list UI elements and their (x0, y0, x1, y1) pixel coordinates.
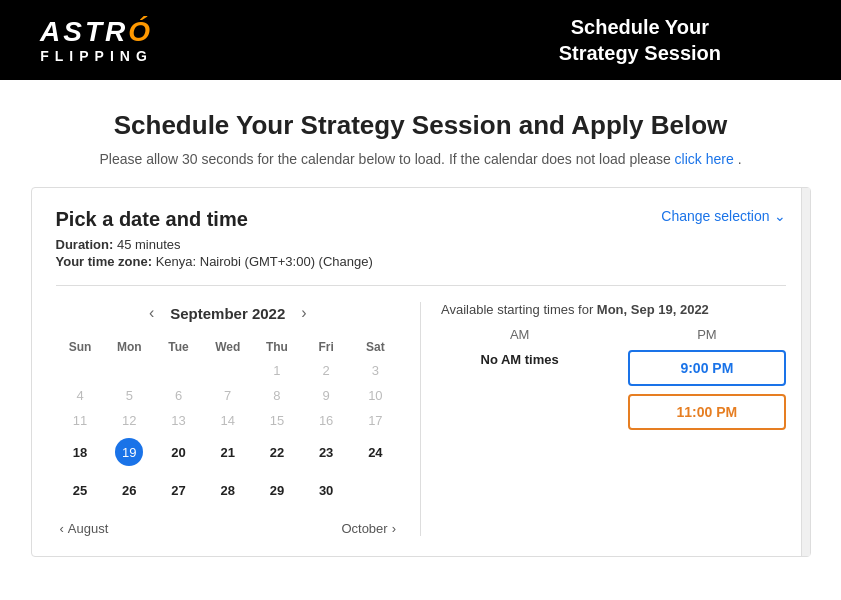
calendar-day (154, 358, 203, 383)
day-header-mon: Mon (105, 336, 154, 358)
calendar-day[interactable]: 28 (203, 471, 252, 509)
divider (56, 285, 786, 286)
change-selection-btn[interactable]: Change selection ⌄ (661, 208, 785, 224)
day-header-thu: Thu (252, 336, 301, 358)
calendar-day[interactable]: 18 (56, 433, 105, 471)
am-label: AM (441, 327, 598, 342)
calendar-day: 9 (302, 383, 351, 408)
calendar-day[interactable]: 29 (252, 471, 301, 509)
subtitle: Please allow 30 seconds for the calendar… (20, 151, 821, 167)
day-header-fri: Fri (302, 336, 351, 358)
duration-line: Duration: 45 minutes (56, 237, 786, 252)
calendar-day: 15 (252, 408, 301, 433)
calendar-day: 8 (252, 383, 301, 408)
calendar-day[interactable]: 25 (56, 471, 105, 509)
calendar-day: 11 (56, 408, 105, 433)
calendar-day (56, 358, 105, 383)
main-content: Schedule Your Strategy Session and Apply… (0, 80, 841, 577)
calendar-day (203, 358, 252, 383)
month-nav-bottom: ‹ August October › (56, 521, 401, 536)
calendar-day: 4 (56, 383, 105, 408)
calendar-day (351, 471, 400, 509)
calendar-day: 5 (105, 383, 154, 408)
day-header-tue: Tue (154, 336, 203, 358)
calendar-day[interactable]: 19 (105, 433, 154, 471)
pm-label: PM (628, 327, 785, 342)
calendar-day: 12 (105, 408, 154, 433)
prev-month-btn[interactable]: ‹ (145, 302, 158, 324)
day-header-wed: Wed (203, 336, 252, 358)
calendar-day: 2 (302, 358, 351, 383)
click-here-link[interactable]: click here (675, 151, 734, 167)
header-title: Schedule Your Strategy Session (559, 14, 721, 66)
calendar-day: 16 (302, 408, 351, 433)
calendar-day[interactable]: 23 (302, 433, 351, 471)
widget-header: Pick a date and time Change selection ⌄ (56, 208, 786, 231)
pick-date-title: Pick a date and time (56, 208, 248, 231)
times-section: Available starting times for Mon, Sep 19… (420, 302, 786, 536)
page-title: Schedule Your Strategy Session and Apply… (20, 110, 821, 141)
calendar-day[interactable]: 22 (252, 433, 301, 471)
next-month-link[interactable]: October › (341, 521, 396, 536)
timezone-line: Your time zone: Kenya: Nairobi (GMT+3:00… (56, 254, 786, 269)
prev-month-link[interactable]: ‹ August (60, 521, 109, 536)
calendar-day[interactable]: 26 (105, 471, 154, 509)
am-pm-cols: AM No AM times PM 9:00 PM 11:00 PM (441, 327, 786, 438)
logo-main: ASTRÓ (40, 16, 153, 48)
next-month-btn[interactable]: › (297, 302, 310, 324)
am-col: AM No AM times (441, 327, 598, 438)
times-header: Available starting times for Mon, Sep 19… (441, 302, 786, 317)
calendar-day: 13 (154, 408, 203, 433)
header: ASTRÓ FLIPPING Schedule Your Strategy Se… (0, 0, 841, 80)
calendar-day[interactable]: 20 (154, 433, 203, 471)
day-header-sat: Sat (351, 336, 400, 358)
calendar-times-layout: ‹ September 2022 › Sun Mon Tue Wed Thu F… (56, 302, 786, 536)
calendar-day: 3 (351, 358, 400, 383)
calendar-day: 17 (351, 408, 400, 433)
calendar-grid: Sun Mon Tue Wed Thu Fri Sat 123456789101… (56, 336, 401, 509)
calendar-day (105, 358, 154, 383)
pm-col: PM 9:00 PM 11:00 PM (628, 327, 785, 438)
no-am-times: No AM times (441, 352, 598, 367)
calendar-widget: Pick a date and time Change selection ⌄ … (31, 187, 811, 557)
time-slot-9pm[interactable]: 9:00 PM (628, 350, 785, 386)
month-title: September 2022 (170, 305, 285, 322)
logo: ASTRÓ FLIPPING (40, 16, 153, 64)
calendar-day[interactable]: 27 (154, 471, 203, 509)
calendar-day[interactable]: 30 (302, 471, 351, 509)
calendar-day: 1 (252, 358, 301, 383)
month-nav: ‹ September 2022 › (56, 302, 401, 324)
calendar-day: 6 (154, 383, 203, 408)
day-header-sun: Sun (56, 336, 105, 358)
calendar-day: 7 (203, 383, 252, 408)
calendar-day: 14 (203, 408, 252, 433)
time-slot-11pm[interactable]: 11:00 PM (628, 394, 785, 430)
calendar-day[interactable]: 24 (351, 433, 400, 471)
calendar-day: 10 (351, 383, 400, 408)
logo-sub: FLIPPING (40, 48, 153, 64)
calendar-day[interactable]: 21 (203, 433, 252, 471)
calendar-section: ‹ September 2022 › Sun Mon Tue Wed Thu F… (56, 302, 401, 536)
